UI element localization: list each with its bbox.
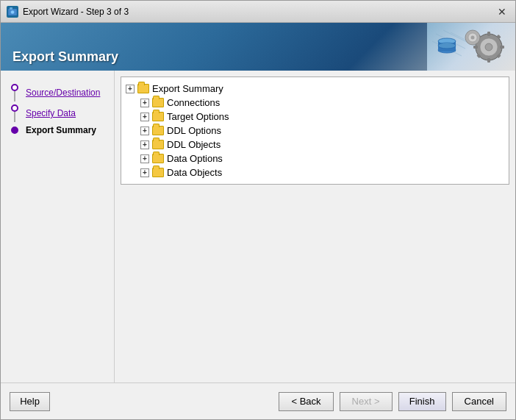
cancel-button[interactable]: Cancel <box>452 392 506 411</box>
tree-folder-ddl-objects <box>152 140 164 149</box>
header-banner: Export Summary <box>1 23 515 71</box>
next-button[interactable]: Next > <box>340 392 393 411</box>
svg-point-9 <box>485 43 492 51</box>
main-window: Export Wizard - Step 3 of 3 ✕ Export Sum… <box>0 0 516 420</box>
tree-expand-connections[interactable]: + <box>140 99 149 107</box>
tree-item-ddl-options[interactable]: + DDL Options <box>140 124 504 138</box>
header-graphic <box>429 26 509 67</box>
svg-point-20 <box>471 36 475 40</box>
tree-expand-root[interactable]: + <box>126 85 135 93</box>
help-button[interactable]: Help <box>10 392 50 411</box>
step1-connector <box>7 84 23 102</box>
tree-item-ddl-objects[interactable]: + DDL Objects <box>140 138 504 152</box>
tree-folder-data-objects <box>152 168 164 177</box>
connector-1-2 <box>14 91 15 102</box>
tree-folder-target <box>152 112 164 121</box>
tree-expand-target[interactable]: + <box>140 113 149 121</box>
svg-rect-11 <box>487 58 490 63</box>
finish-button[interactable]: Finish <box>398 392 446 411</box>
tree-label-ddl-options: DDL Options <box>167 125 221 136</box>
svg-point-24 <box>438 43 456 49</box>
sidebar: Source/Destination Specify Data Export S… <box>1 71 115 382</box>
close-button[interactable]: ✕ <box>495 4 509 19</box>
tree-label-ddl-objects: DDL Objects <box>167 139 221 150</box>
svg-rect-13 <box>500 46 504 49</box>
step2-dot <box>11 104 18 112</box>
back-button[interactable]: < Back <box>279 392 333 411</box>
step1-dot <box>11 84 18 91</box>
content-area: Source/Destination Specify Data Export S… <box>1 71 515 382</box>
tree-children: + Connections + Target Options + <box>140 96 504 179</box>
connector-2-3 <box>14 112 15 122</box>
svg-point-2 <box>11 10 15 14</box>
svg-rect-10 <box>487 32 490 36</box>
app-icon <box>7 6 18 18</box>
tree-item-data-objects[interactable]: + Data Objects <box>140 165 504 179</box>
tree-label-data-options: Data Options <box>167 153 223 164</box>
title-bar: Export Wizard - Step 3 of 3 ✕ <box>1 1 515 23</box>
sidebar-item-label-specify[interactable]: Specify Data <box>26 108 76 118</box>
tree-label-connections: Connections <box>167 97 220 108</box>
step2-connector <box>7 104 23 122</box>
sidebar-item-specify-data[interactable]: Specify Data <box>7 103 108 124</box>
svg-rect-12 <box>473 46 478 49</box>
tree-panel: + Export Summary + Connections + <box>121 76 509 185</box>
tree-root-label: Export Summary <box>152 83 223 94</box>
sidebar-nav: Source/Destination Specify Data Export S… <box>7 82 108 137</box>
sidebar-item-label-export: Export Summary <box>26 125 96 135</box>
tree-label-target: Target Options <box>167 111 229 122</box>
tree-item-connections[interactable]: + Connections <box>140 96 504 110</box>
sidebar-item-source-destination[interactable]: Source/Destination <box>7 82 108 103</box>
tree-expand-data-objects[interactable]: + <box>140 168 149 177</box>
footer: Help < Back Next > Finish Cancel <box>1 382 515 419</box>
tree-folder-data-options <box>152 154 164 163</box>
tree-expand-data-options[interactable]: + <box>140 154 149 163</box>
sidebar-item-export-summary: Export Summary <box>7 124 108 137</box>
sidebar-item-label-source[interactable]: Source/Destination <box>26 88 100 98</box>
step3-dot <box>11 127 18 134</box>
svg-rect-1 <box>10 7 12 10</box>
tree-label-data-objects: Data Objects <box>167 167 222 178</box>
tree-expand-ddl-objects[interactable]: + <box>140 140 149 149</box>
header-title: Export Summary <box>12 49 118 65</box>
footer-left: Help <box>10 392 279 411</box>
main-panel: + Export Summary + Connections + <box>115 71 515 382</box>
tree-expand-ddl-options[interactable]: + <box>140 127 149 135</box>
title-bar-text: Export Wizard - Step 3 of 3 <box>23 7 495 17</box>
tree-folder-connections <box>152 98 164 107</box>
tree-item-data-options[interactable]: + Data Options <box>140 152 504 165</box>
step3-connector <box>7 127 23 134</box>
tree-container: + Export Summary + Connections + <box>121 77 509 184</box>
footer-buttons: < Back Next > Finish Cancel <box>279 392 506 411</box>
tree-folder-ddl-options <box>152 126 164 135</box>
tree-folder-root <box>137 84 149 93</box>
tree-item-target-options[interactable]: + Target Options <box>140 110 504 124</box>
tree-item-root[interactable]: + Export Summary <box>126 82 504 96</box>
